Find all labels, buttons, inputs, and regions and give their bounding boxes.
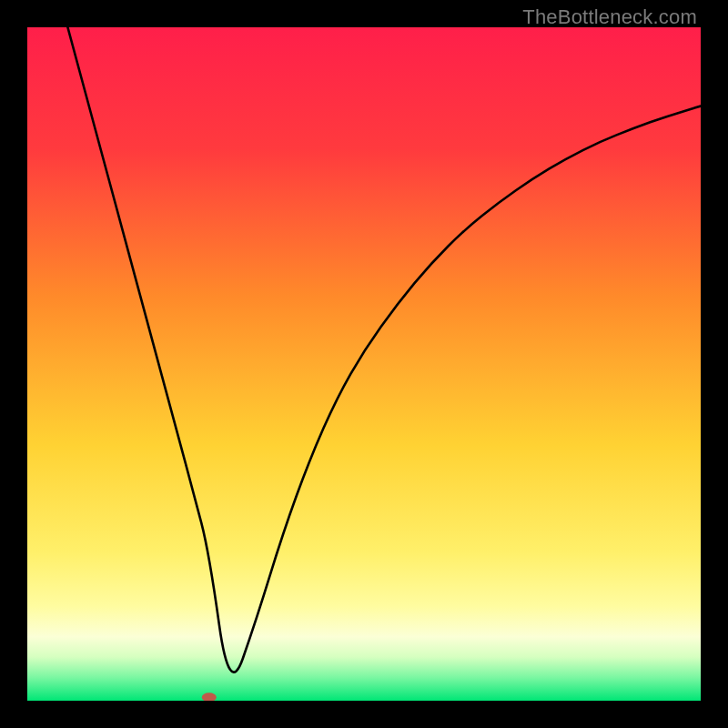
curve-layer [27,27,701,701]
watermark-text: TheBottleneck.com [522,5,697,29]
optimum-marker [202,693,217,701]
chart-frame: TheBottleneck.com [0,0,728,728]
plot-area [27,27,701,701]
bottleneck-curve [67,27,701,672]
